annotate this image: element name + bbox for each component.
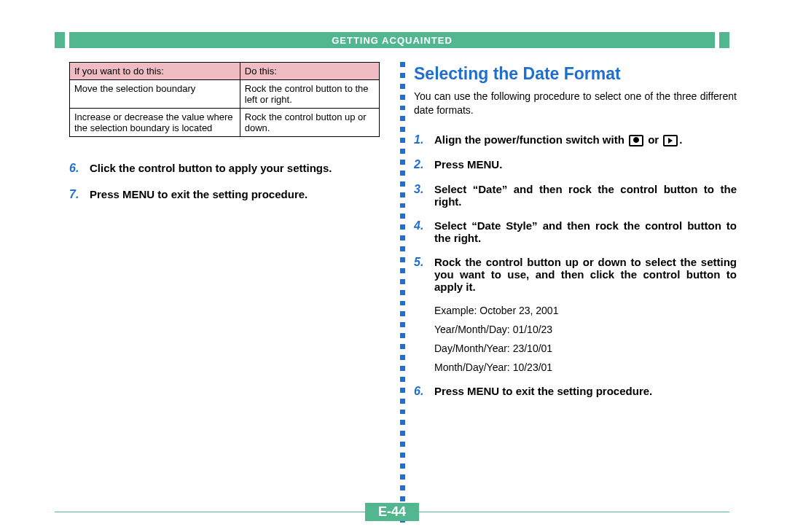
table-cell: Increase or decrease the value where the… (70, 109, 240, 137)
step-text: Click the control button to apply your s… (90, 162, 380, 175)
table-head-2: Do this: (240, 63, 379, 80)
step-text: Rock the control button up or down to se… (434, 256, 737, 293)
left-column: If you want to do this: Do this: Move th… (69, 62, 380, 214)
table-cell: Move the selection boundary (70, 80, 240, 109)
table-cell: Rock the control button up or down. (240, 109, 379, 137)
page-number-badge: E-44 (365, 503, 419, 521)
step-item: 6. Click the control button to apply you… (69, 162, 380, 175)
step-text: Select “Date” and then rock the control … (434, 183, 737, 208)
step-number: 2. (414, 158, 434, 171)
left-steps: 6. Click the control button to apply you… (69, 162, 380, 201)
right-steps: 1. Align the power/function switch with … (414, 133, 737, 398)
step-number: 7. (69, 188, 90, 201)
action-table: If you want to do this: Do this: Move th… (69, 62, 380, 137)
example-label: Example: October 23, 2001 (434, 305, 737, 316)
step-item: 3. Select “Date” and then rock the contr… (414, 183, 737, 208)
step-number: 3. (414, 183, 434, 208)
header-left-block (55, 32, 65, 48)
lead-paragraph: You can use the following procedure to s… (414, 90, 737, 117)
step-text: Select “Date Style” and then rock the co… (434, 219, 737, 244)
section-badge: GETTING ACQUAINTED (69, 32, 715, 48)
step-text: Press MENU. (434, 158, 737, 171)
column-divider (398, 62, 407, 523)
step-text-end: . (679, 133, 682, 146)
footer-rule-left (55, 512, 365, 512)
step-number: 6. (414, 385, 434, 398)
step-number: 6. (69, 162, 90, 175)
step-text: Align the power/function switch with or … (434, 133, 737, 146)
table-head-1: If you want to do this: (70, 63, 240, 80)
step-text-pre: Align the power/function switch with (434, 133, 627, 146)
step-item: 7. Press MENU to exit the setting proced… (69, 188, 380, 201)
example-line: Month/Day/Year: 10/23/01 (434, 361, 737, 373)
step-text-mid: or (645, 133, 662, 146)
page-footer: E-44 (55, 503, 729, 521)
example-line: Year/Month/Day: 01/10/23 (434, 324, 737, 335)
step-item: 6. Press MENU to exit the setting proced… (414, 385, 737, 398)
step-text: Press MENU to exit the setting procedure… (90, 188, 380, 201)
footer-rule-right (419, 512, 729, 512)
step-number: 1. (414, 133, 434, 146)
step-item: 4. Select “Date Style” and then rock the… (414, 219, 737, 244)
step-number: 4. (414, 219, 434, 244)
playback-icon (663, 135, 678, 146)
right-column: Selecting the Date Format You can use th… (414, 64, 737, 410)
section-title: Selecting the Date Format (414, 64, 737, 84)
step-number: 5. (414, 256, 434, 293)
manual-page: GETTING ACQUAINTED If you want to do thi… (0, 0, 787, 532)
header-right-block (719, 32, 729, 48)
header-bar: GETTING ACQUAINTED (55, 32, 729, 48)
step-text: Press MENU to exit the setting procedure… (434, 385, 737, 398)
table-cell: Rock the control button to the left or r… (240, 80, 379, 109)
table-row: Increase or decrease the value where the… (70, 109, 380, 137)
example-line: Day/Month/Year: 23/10/01 (434, 343, 737, 354)
example-block: Example: October 23, 2001 Year/Month/Day… (434, 305, 737, 373)
step-item: 1. Align the power/function switch with … (414, 133, 737, 146)
table-row: Move the selection boundary Rock the con… (70, 80, 380, 109)
camera-icon (629, 135, 643, 146)
step-item: 5. Rock the control button up or down to… (414, 256, 737, 293)
step-item: 2. Press MENU. (414, 158, 737, 171)
